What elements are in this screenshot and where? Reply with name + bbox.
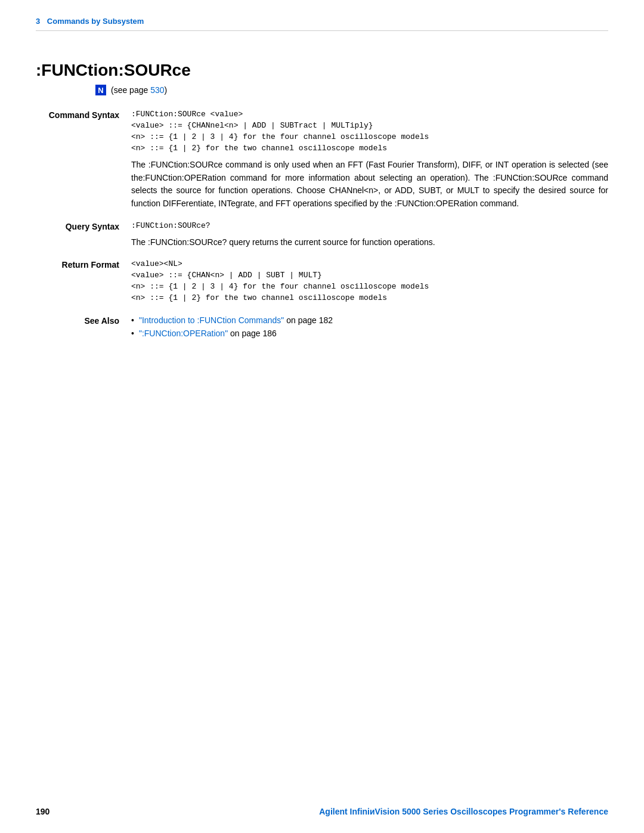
return-format-row: Return Format <value><NL> <value> ::= {C… [36,259,608,305]
command-syntax-row: Command Syntax :FUNCtion:SOURce <value> … [36,110,608,210]
see-also-content: • "Introduction to :FUNCtion Commands" o… [131,315,608,342]
breadcrumb: 3 Commands by Subsystem [36,17,608,26]
return-format-line-4: <n> ::= {1 | 2} for the two channel osci… [131,293,608,302]
command-syntax-line-3: <n> ::= {1 | 2 | 3 | 4} for the four cha… [131,132,608,141]
return-format-line-3: <n> ::= {1 | 2 | 3 | 4} for the four cha… [131,282,608,291]
n-badge: N [95,85,106,95]
see-also-item-2: • ":FUNCtion:OPERation" on page 186 [131,329,608,338]
see-also-link-1[interactable]: "Introduction to :FUNCtion Commands" [139,315,284,325]
chapter-num: 3 [36,17,40,26]
see-page-prefix: (see page [111,85,150,95]
footer-title: Agilent InfiniиVision 5000 Series Oscill… [319,807,608,816]
footer-page-num: 190 [36,807,49,816]
query-syntax-line: :FUNCtion:SOURce? [131,221,608,230]
bullet-2: • [131,329,134,338]
see-page-link[interactable]: 530 [150,85,164,95]
return-format-line-1: <value><NL> [131,259,608,268]
see-also-text-1: on page 182 [284,315,333,325]
see-page-text: (see page 530) [111,85,167,95]
see-also-label: See Also [36,315,131,326]
command-syntax-label: Command Syntax [36,110,131,120]
see-also-link-2[interactable]: ":FUNCtion:OPERation" [139,329,228,338]
query-syntax-row: Query Syntax :FUNCtion:SOURce? The :FUNC… [36,221,608,249]
header-bar: 3 Commands by Subsystem [0,0,644,26]
command-syntax-line-4: <n> ::= {1 | 2} for the two channel osci… [131,144,608,153]
command-syntax-line-2: <value> ::= {CHANnel<n> | ADD | SUBTract… [131,121,608,130]
footer: 190 Agilent InfiniиVision 5000 Series Os… [0,807,644,816]
see-also-row: See Also • "Introduction to :FUNCtion Co… [36,315,608,342]
command-syntax-line-1: :FUNCtion:SOURce <value> [131,110,608,119]
see-page-suffix: ) [165,85,168,95]
see-also-list: • "Introduction to :FUNCtion Commands" o… [131,315,608,338]
return-format-label: Return Format [36,259,131,270]
bullet-1: • [131,315,134,325]
see-also-text-2: on page 186 [228,329,277,338]
see-also-item-2-text: ":FUNCtion:OPERation" on page 186 [139,329,277,338]
query-syntax-prose: The :FUNCtion:SOURce? query returns the … [131,236,608,249]
note-line: N (see page 530) [95,85,608,95]
main-content: :FUNCtion:SOURce N (see page 530) Comman… [0,31,644,388]
page-container: 3 Commands by Subsystem :FUNCtion:SOURce… [0,0,644,833]
query-syntax-label: Query Syntax [36,221,131,231]
command-syntax-content: :FUNCtion:SOURce <value> <value> ::= {CH… [131,110,608,210]
query-syntax-content: :FUNCtion:SOURce? The :FUNCtion:SOURce? … [131,221,608,249]
return-format-content: <value><NL> <value> ::= {CHAN<n> | ADD |… [131,259,608,305]
see-also-item-1: • "Introduction to :FUNCtion Commands" o… [131,315,608,325]
see-also-item-1-text: "Introduction to :FUNCtion Commands" on … [139,315,333,325]
command-syntax-prose: The :FUNCtion:SOURce command is only use… [131,159,608,210]
command-title: :FUNCtion:SOURce [36,61,608,80]
return-format-line-2: <value> ::= {CHAN<n> | ADD | SUBT | MULT… [131,271,608,280]
chapter-title: Commands by Subsystem [47,17,144,26]
